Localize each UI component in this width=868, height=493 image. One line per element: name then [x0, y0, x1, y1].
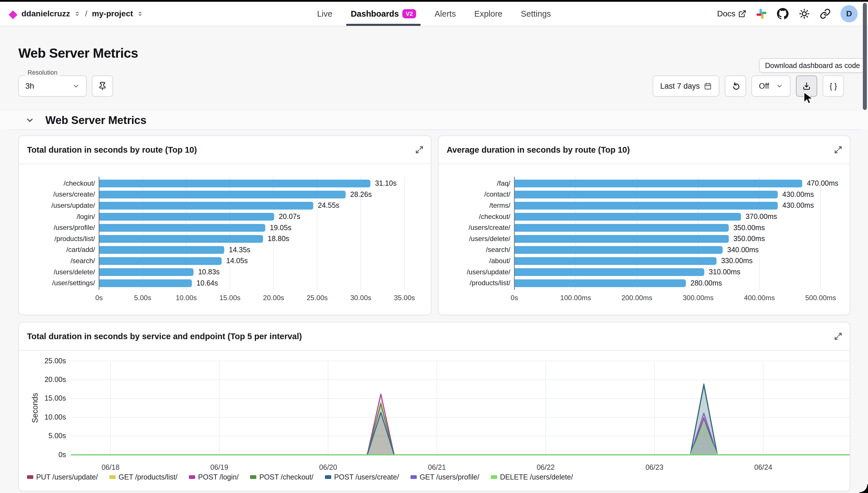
series-area[interactable] — [71, 413, 850, 455]
main-nav-tabs: Live Dashboards V2 Alerts Explore Settin… — [317, 2, 551, 26]
x-tick-label: 0s — [511, 294, 518, 302]
legend-item[interactable]: GET /products/list/ — [109, 473, 177, 481]
legend-item[interactable]: POST /login/ — [189, 473, 238, 481]
date-label: 06/22 — [537, 463, 555, 471]
calendar-icon — [704, 82, 712, 90]
category-label: /users/update/ — [467, 268, 510, 276]
dashboard-toolbar: Last 7 days Off { } — [653, 76, 844, 97]
category-label: /users/delete/ — [54, 268, 95, 276]
pin-icon — [98, 82, 107, 91]
bar-value-label: 14.35s — [229, 245, 250, 254]
bar[interactable] — [514, 180, 802, 187]
bar[interactable] — [514, 191, 778, 198]
github-icon[interactable] — [777, 8, 789, 20]
expand-chart-button[interactable] — [415, 145, 424, 154]
legend-swatch — [410, 475, 417, 479]
bar[interactable] — [514, 257, 716, 265]
chart-card-header: Total duration in seconds by route (Top … — [19, 136, 431, 164]
scrollbar-thumb[interactable] — [863, 3, 867, 110]
legend-label: POST /users/create/ — [334, 473, 399, 481]
category-label: /products/list/ — [55, 235, 95, 242]
area-chart-duration-timeseries: 0s5.00s10.00s15.00s20.00s25.00s06/1806/1… — [19, 351, 850, 491]
legend-swatch — [27, 475, 33, 479]
resolution-select[interactable]: 3h — [18, 76, 87, 97]
section-collapse-chevron-icon[interactable] — [25, 116, 35, 125]
bar[interactable] — [514, 268, 704, 276]
legend-swatch — [491, 475, 497, 479]
bar-value-label: 31.10s — [375, 179, 396, 187]
series-area[interactable] — [71, 402, 850, 455]
breadcrumb: ◆ ddanielcruzz / my-project — [8, 2, 143, 26]
y-tick-label: 25.00s — [44, 357, 66, 365]
bar-value-label: 430.00ms — [782, 201, 814, 209]
brand-logo-icon[interactable]: ◆ — [8, 8, 18, 20]
share-link-icon[interactable] — [820, 8, 831, 19]
bar[interactable] — [99, 191, 345, 198]
category-label: /search/ — [486, 245, 511, 253]
bar[interactable] — [99, 235, 263, 243]
auto-refresh-select[interactable]: Off — [751, 76, 790, 97]
x-tick-label: 300.00ms — [682, 294, 714, 302]
tab-explore[interactable]: Explore — [474, 2, 502, 26]
docs-link[interactable]: Docs — [717, 9, 746, 18]
legend-item[interactable]: PUT /users/update/ — [27, 473, 98, 481]
bar-value-label: 310.00ms — [709, 268, 741, 276]
bar[interactable] — [99, 224, 265, 232]
project-selector[interactable]: my-project — [92, 9, 133, 18]
tab-alerts[interactable]: Alerts — [435, 2, 456, 26]
expand-chart-button[interactable] — [833, 332, 843, 341]
date-label: 06/21 — [428, 463, 446, 471]
series-area[interactable] — [71, 385, 850, 455]
bar[interactable] — [514, 235, 729, 243]
bar[interactable] — [514, 246, 723, 254]
pin-button[interactable] — [92, 76, 113, 97]
tab-settings[interactable]: Settings — [521, 2, 551, 26]
resolution-value: 3h — [25, 82, 34, 91]
series-area[interactable] — [71, 394, 850, 455]
bar[interactable] — [99, 257, 221, 265]
page-title: Web Server Metrics — [18, 45, 138, 61]
time-range-button[interactable]: Last 7 days — [653, 76, 719, 97]
bar[interactable] — [514, 224, 729, 232]
resolution-label: Resolution — [25, 69, 60, 76]
theme-sun-icon[interactable] — [799, 8, 810, 20]
code-view-button[interactable]: { } — [823, 76, 844, 97]
expand-icon — [833, 145, 843, 154]
refresh-button[interactable] — [725, 76, 746, 97]
tab-live[interactable]: Live — [317, 2, 332, 26]
org-selector-chevrons-icon[interactable] — [74, 10, 80, 17]
bar[interactable] — [99, 180, 370, 187]
legend-label: DELETE /users/delete/ — [500, 473, 573, 481]
slack-icon[interactable] — [756, 8, 767, 19]
bar-value-label: 28.26s — [350, 190, 372, 198]
chart-legend: PUT /users/update/GET /products/list/POS… — [27, 473, 573, 481]
org-selector[interactable]: ddanielcruzz — [22, 9, 70, 18]
bar[interactable] — [99, 246, 224, 254]
legend-item[interactable]: POST /checkout/ — [250, 473, 314, 481]
bar-value-label: 370.00ms — [746, 212, 777, 220]
bar[interactable] — [99, 279, 192, 287]
bar[interactable] — [99, 202, 313, 210]
category-label: /contact/ — [484, 190, 510, 198]
legend-item[interactable]: GET /users/profile/ — [410, 473, 479, 481]
bar[interactable] — [99, 213, 274, 221]
bar-value-label: 14.05s — [226, 257, 248, 264]
expand-chart-button[interactable] — [833, 145, 843, 154]
series-area[interactable] — [71, 384, 850, 455]
tab-dashboards[interactable]: Dashboards V2 — [351, 2, 416, 26]
breadcrumb-separator: / — [85, 9, 87, 18]
bar[interactable] — [99, 268, 193, 276]
user-avatar[interactable]: D — [841, 5, 858, 22]
series-area[interactable] — [71, 418, 850, 455]
legend-item[interactable]: POST /users/create/ — [325, 473, 399, 481]
legend-item[interactable]: DELETE /users/delete/ — [491, 473, 573, 481]
bar[interactable] — [514, 202, 778, 210]
category-label: /checkout/ — [479, 213, 511, 220]
project-selector-chevrons-icon[interactable] — [137, 10, 143, 17]
series-area[interactable] — [71, 425, 850, 455]
bar[interactable] — [514, 213, 741, 221]
category-label: /search/ — [70, 257, 95, 264]
bar-value-label: 20.07s — [279, 212, 300, 220]
bar[interactable] — [514, 279, 686, 287]
category-label: /login/ — [77, 213, 95, 220]
